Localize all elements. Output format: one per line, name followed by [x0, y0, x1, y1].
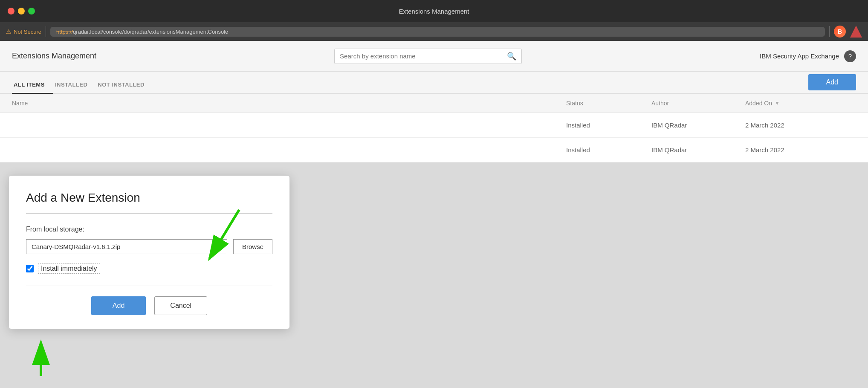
- modal-divider: [26, 213, 272, 214]
- tabs-row: ALL ITEMS INSTALLED NOT INSTALLED Add: [0, 72, 868, 94]
- warning-icon: ⚠: [6, 28, 12, 35]
- col-header-added-on[interactable]: Added On ▼: [745, 100, 856, 107]
- table-row: Installed IBM QRadar 2 March 2022: [0, 113, 868, 138]
- table-header: Name Status Author Added On ▼: [0, 94, 868, 113]
- tab-not-installed[interactable]: NOT INSTALLED: [96, 81, 153, 93]
- row1-status: Installed: [566, 122, 651, 129]
- col-header-name: Name: [12, 100, 566, 107]
- titlebar: Extensions Management: [0, 0, 868, 22]
- close-button[interactable]: [8, 8, 14, 14]
- divider2: [829, 26, 830, 37]
- window-controls: [8, 8, 35, 14]
- modal-cancel-button[interactable]: Cancel: [154, 296, 207, 315]
- not-secure-label: Not Secure: [14, 29, 41, 35]
- url-bar[interactable]: https:// qradar.local /console/do/qradar…: [50, 27, 825, 37]
- url-strikethrough: https://: [56, 29, 73, 35]
- divider: [46, 26, 46, 37]
- modal-bottom-divider: [26, 286, 272, 286]
- help-button[interactable]: ?: [844, 50, 856, 62]
- install-immediately-checkbox[interactable]: [26, 265, 34, 272]
- window-title: Extensions Management: [399, 8, 469, 15]
- sort-arrow-icon: ▼: [775, 100, 780, 106]
- app-header: Extensions Management 🔍 IBM Security App…: [0, 41, 868, 72]
- alert-triangle-icon: [850, 26, 862, 38]
- header-right: IBM Security App Exchange ?: [760, 50, 856, 62]
- browse-button[interactable]: Browse: [233, 239, 272, 254]
- search-icon: 🔍: [507, 52, 516, 61]
- col-header-status: Status: [566, 100, 651, 107]
- install-immediately-row: Install immediately: [26, 263, 272, 274]
- row2-status: Installed: [566, 146, 651, 153]
- search-input[interactable]: [340, 52, 503, 60]
- app-title: Extensions Management: [12, 52, 96, 61]
- add-extension-button[interactable]: Add: [808, 74, 856, 90]
- modal-add-button[interactable]: Add: [91, 296, 146, 315]
- modal-actions: Add Cancel: [26, 296, 272, 315]
- modal-title: Add a New Extension: [26, 191, 272, 205]
- url-path: /console/do/qradar/extensionsManagementC…: [101, 29, 228, 35]
- table-row: Installed IBM QRadar 2 March 2022: [0, 138, 868, 162]
- browser-actions: B: [829, 26, 862, 38]
- url-main: qradar.local: [73, 29, 101, 35]
- col-header-author: Author: [651, 100, 745, 107]
- install-immediately-label: Install immediately: [38, 263, 100, 274]
- modal-body: Add a New Extension From local storage: …: [9, 176, 289, 329]
- file-input-display[interactable]: Canary-DSMQRadar-v1.6.1.zip: [26, 239, 227, 254]
- brave-icon: B: [834, 26, 846, 38]
- maximize-button[interactable]: [28, 8, 35, 14]
- row2-author: IBM QRadar: [651, 146, 745, 153]
- address-bar: ⚠ Not Secure https:// qradar.local /cons…: [0, 22, 868, 41]
- tab-all-items[interactable]: ALL ITEMS: [12, 81, 53, 94]
- main-content: Add a New Extension From local storage: …: [0, 162, 868, 388]
- extensions-table: Name Status Author Added On ▼ Installed …: [0, 94, 868, 162]
- from-local-storage-label: From local storage:: [26, 226, 272, 233]
- row1-date: 2 March 2022: [745, 122, 856, 129]
- add-extension-modal: Add a New Extension From local storage: …: [9, 175, 290, 329]
- tab-installed[interactable]: INSTALLED: [53, 81, 96, 93]
- search-container[interactable]: 🔍: [334, 49, 522, 64]
- minimize-button[interactable]: [18, 8, 25, 14]
- app-exchange-label[interactable]: IBM Security App Exchange: [760, 52, 839, 60]
- row1-author: IBM QRadar: [651, 122, 745, 129]
- security-warning: ⚠ Not Secure: [6, 28, 41, 35]
- file-input-row: Canary-DSMQRadar-v1.6.1.zip Browse: [26, 239, 272, 254]
- row2-date: 2 March 2022: [745, 146, 856, 153]
